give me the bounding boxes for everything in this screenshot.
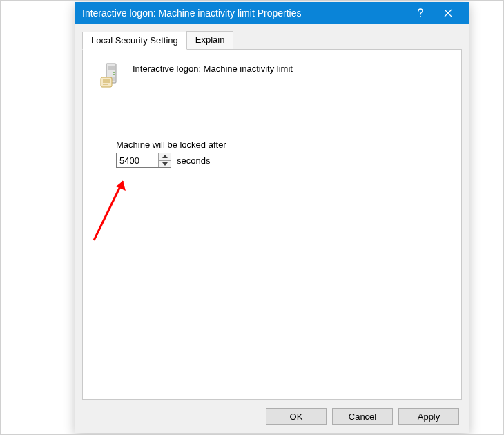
client-area: Local Security Setting Explain [75, 24, 469, 433]
spin-buttons [158, 153, 171, 167]
cancel-button[interactable]: Cancel [332, 408, 393, 425]
button-label: OK [290, 412, 303, 422]
unit-label: seconds [177, 155, 210, 166]
svg-rect-2 [108, 66, 115, 70]
apply-button[interactable]: Apply [398, 408, 459, 425]
svg-point-0 [420, 16, 421, 17]
titlebar: Interactive logon: Machine inactivity li… [75, 2, 469, 24]
properties-dialog: Interactive logon: Machine inactivity li… [75, 2, 469, 433]
tab-label: Local Security Setting [91, 35, 178, 46]
close-button[interactable] [434, 2, 462, 24]
spin-row: seconds [116, 153, 446, 168]
button-label: Apply [418, 412, 440, 422]
annotation-arrow [90, 168, 131, 244]
inactivity-seconds-input[interactable] [117, 153, 158, 167]
help-button[interactable] [407, 2, 434, 24]
field-label: Machine will be locked after [116, 139, 446, 150]
window-title: Interactive logon: Machine inactivity li… [82, 8, 407, 19]
svg-point-4 [113, 74, 115, 75]
policy-icon [98, 62, 123, 90]
inactivity-seconds-spinbox [116, 153, 171, 168]
tab-label: Explain [195, 35, 225, 45]
tab-local-security-setting[interactable]: Local Security Setting [82, 32, 187, 50]
chevron-up-icon [162, 155, 168, 158]
svg-point-3 [113, 72, 115, 73]
field-block: Machine will be locked after [116, 139, 446, 168]
close-icon [444, 9, 452, 17]
button-label: Cancel [349, 412, 376, 422]
button-bar: OK Cancel Apply [82, 400, 462, 429]
svg-marker-11 [116, 181, 126, 191]
spin-up-button[interactable] [159, 153, 171, 161]
svg-line-10 [94, 181, 123, 240]
ok-button[interactable]: OK [266, 408, 327, 425]
help-icon [416, 8, 425, 18]
policy-title: Interactive logon: Machine inactivity li… [133, 62, 293, 74]
policy-header: Interactive logon: Machine inactivity li… [98, 62, 446, 90]
tab-explain[interactable]: Explain [186, 31, 234, 49]
spin-down-button[interactable] [159, 161, 171, 168]
chevron-down-icon [162, 162, 168, 166]
tab-strip: Local Security Setting Explain [82, 31, 462, 49]
tab-panel: Interactive logon: Machine inactivity li… [82, 49, 462, 400]
